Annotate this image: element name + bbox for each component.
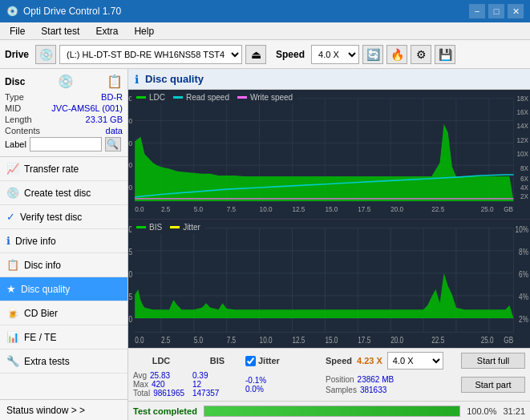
jitter-checkbox[interactable] <box>245 356 256 366</box>
svg-text:200: 200 <box>128 161 132 169</box>
bis-max-value: 12 <box>192 380 201 389</box>
avg-row-bis: 0.39 <box>189 371 245 380</box>
sidebar-item-disc-info[interactable]: 📋 Disc info <box>0 253 127 277</box>
ldc-stats-col: LDC <box>133 356 189 365</box>
sidebar-item-extra-tests[interactable]: 🔧 Extra tests <box>0 349 127 374</box>
maximize-button[interactable]: □ <box>488 4 504 18</box>
total-row-bis: 147357 <box>189 389 245 398</box>
sidebar-item-label: Disc quality <box>21 284 70 295</box>
svg-text:12.5: 12.5 <box>292 205 305 213</box>
speed-selector[interactable]: 4.0 X Max 1.0 X 2.0 X 6.0 X 8.0 X <box>311 45 359 64</box>
stats-speed-selector[interactable]: 4.0 X Max 1.0 X 2.0 X <box>387 352 443 370</box>
save-button[interactable]: 💾 <box>435 45 455 64</box>
total-row-ldc: Total 9861965 <box>133 389 189 398</box>
drive-selector[interactable]: (L:) HL-DT-ST BD-RE WH16NS58 TST4 <box>59 45 242 64</box>
titlebar: 💿 Opti Drive Control 1.70 − □ ✕ <box>0 0 530 22</box>
jitter-stats-col: Jitter <box>245 356 318 366</box>
menu-start-test[interactable]: Start test <box>34 24 86 38</box>
samples-label: Samples <box>326 386 357 394</box>
svg-text:22.5: 22.5 <box>431 205 444 213</box>
start-part-button[interactable]: Start part <box>461 377 525 393</box>
right-panel: Start full <box>461 353 525 369</box>
total-label-ldc: Total <box>133 389 150 398</box>
bis-total-value: 147357 <box>192 389 219 398</box>
status-window-link[interactable]: Status window > > <box>0 399 127 420</box>
max-row-bis: 12 <box>189 380 245 389</box>
write-speed-legend: Write speed <box>237 93 293 102</box>
progress-bar-inner <box>204 406 459 416</box>
max-row-jitter: 0.0% <box>245 385 318 394</box>
refresh-button[interactable]: 🔄 <box>362 45 383 64</box>
minimize-button[interactable]: − <box>469 4 485 18</box>
top-legend: LDC Read speed Write speed <box>131 91 297 103</box>
ldc-chart: 500 400 300 200 100 18X 16X 14X 12X 10X … <box>128 90 530 219</box>
svg-text:8X: 8X <box>520 164 528 172</box>
menu-extra[interactable]: Extra <box>89 24 124 38</box>
menu-help[interactable]: Help <box>127 24 160 38</box>
bis-chart: 20 15 10 5 0 10% 8% 6% 4% 2% 0.0 2.5 <box>128 220 530 349</box>
sidebar-item-verify-test-disc[interactable]: ✓ Verify test disc <box>0 205 127 229</box>
menu-file[interactable]: File <box>3 24 31 38</box>
svg-text:2%: 2% <box>519 314 528 324</box>
read-speed-legend-label: Read speed <box>186 93 229 102</box>
sidebar-item-cd-bier[interactable]: 🍺 CD Bier <box>0 301 127 325</box>
bis-chart-container: BIS Jitter <box>128 220 530 349</box>
jitter-legend-dot <box>170 226 180 228</box>
disc-panel-icon2: 📋 <box>107 74 123 89</box>
svg-text:0: 0 <box>129 314 133 324</box>
disc-label-input[interactable] <box>30 137 102 151</box>
verify-test-disc-icon: ✓ <box>6 211 15 223</box>
jitter-legend: Jitter <box>170 223 200 232</box>
burn-button[interactable]: 🔥 <box>386 45 407 64</box>
position-row: Position 23862 MB <box>326 375 394 384</box>
disc-quality-header: ℹ Disc quality <box>128 69 530 90</box>
bis-legend-label: BIS <box>149 223 162 232</box>
disc-panel-header: Disc 💿 📋 <box>5 74 123 89</box>
settings-button[interactable]: ⚙ <box>411 45 431 64</box>
svg-text:7.5: 7.5 <box>227 334 236 344</box>
sidebar-item-transfer-rate[interactable]: 📈 Transfer rate <box>0 157 127 181</box>
sidebar-item-label: Verify test disc <box>20 212 82 223</box>
bis-data-col: 0.39 12 147357 <box>189 371 245 398</box>
svg-text:5.0: 5.0 <box>194 334 203 344</box>
cd-bier-icon: 🍺 <box>6 307 19 319</box>
svg-text:16X: 16X <box>516 108 528 116</box>
disc-mid-value: JVC-AMS6L (001) <box>51 103 123 113</box>
svg-text:4%: 4% <box>519 292 528 301</box>
position-samples-col: Position 23862 MB Samples 381633 <box>326 375 394 394</box>
disc-panel: Disc 💿 📋 Type BD-R MID JVC-AMS6L (001) L… <box>0 69 127 157</box>
jitter-data-col: -0.1% 0.0% <box>245 376 318 394</box>
sidebar-item-label: CD Bier <box>24 308 58 319</box>
start-full-button[interactable]: Start full <box>461 353 525 369</box>
ldc-total-value: 9861965 <box>153 389 184 398</box>
disc-length-label: Length <box>5 115 32 124</box>
svg-text:20.0: 20.0 <box>390 334 403 344</box>
close-button[interactable]: ✕ <box>508 4 524 18</box>
samples-value: 381633 <box>360 386 386 394</box>
svg-text:14X: 14X <box>516 122 528 130</box>
sidebar-item-label: FE / TE <box>24 332 56 343</box>
jitter-col-header: Jitter <box>258 356 280 365</box>
svg-text:12X: 12X <box>516 136 528 144</box>
eject-button[interactable]: ⏏ <box>245 45 266 64</box>
disc-contents-row: Contents data <box>5 126 123 135</box>
titlebar-left: 💿 Opti Drive Control 1.70 <box>6 6 121 17</box>
sidebar-item-disc-quality[interactable]: ★ Disc quality <box>0 277 127 301</box>
svg-text:25.0: 25.0 <box>481 334 494 344</box>
speed-info-area: Speed 4.23 X 4.0 X Max 1.0 X 2.0 X <box>326 352 443 370</box>
main-layout: Disc 💿 📋 Type BD-R MID JVC-AMS6L (001) L… <box>0 69 530 420</box>
drive-icon-btn[interactable]: 💿 <box>35 45 56 64</box>
disc-contents-value: data <box>106 126 123 135</box>
svg-text:0.0: 0.0 <box>135 205 144 213</box>
bis-stats-col: BIS <box>189 356 245 365</box>
sidebar-item-fe-te[interactable]: 📊 FE / TE <box>0 325 127 349</box>
disc-label-btn[interactable]: 🔍 <box>105 137 121 151</box>
svg-text:17.5: 17.5 <box>358 334 370 344</box>
sidebar-item-drive-info[interactable]: ℹ Drive info <box>0 229 127 253</box>
bis-avg-value: 0.39 <box>192 371 208 380</box>
transfer-rate-icon: 📈 <box>6 163 19 175</box>
disc-contents-label: Contents <box>5 126 40 135</box>
svg-text:300: 300 <box>128 139 132 147</box>
content-area: ℹ Disc quality LDC Read speed <box>128 69 530 420</box>
sidebar-item-create-test-disc[interactable]: 💿 Create test disc <box>0 181 127 205</box>
